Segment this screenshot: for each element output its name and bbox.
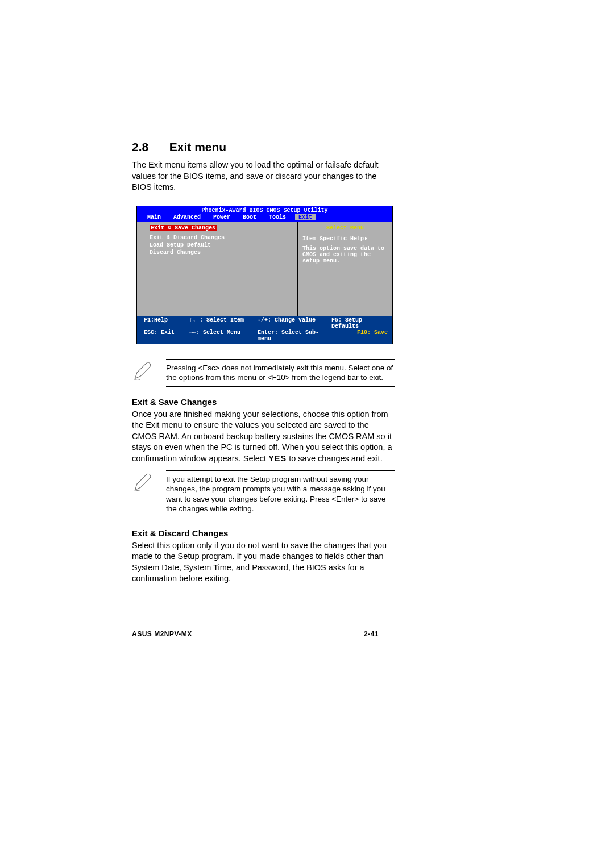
- body-exit-save-part2: to save changes and exit.: [287, 454, 382, 463]
- section-title-text: Exit menu: [169, 140, 226, 153]
- bios-title-bar: Phoenix-Award BIOS CMOS Setup Utility: [137, 206, 392, 214]
- bios-item-exit-discard[interactable]: Exit & Discard Changes: [150, 235, 292, 241]
- legend-leftright: →←: Select Menu: [189, 329, 258, 342]
- bios-tab-exit[interactable]: Exit: [295, 214, 316, 220]
- note-text-2: If you attempt to exit the Setup program…: [166, 470, 395, 518]
- bios-item-exit-save[interactable]: Exit & Save Changes: [150, 225, 217, 231]
- bios-help-header: Select Menu: [302, 225, 388, 231]
- subheading-exit-discard: Exit & Discard Changes: [132, 528, 395, 538]
- yes-label: YES: [268, 454, 287, 463]
- intro-paragraph: The Exit menu items allow you to load th…: [132, 160, 395, 193]
- legend-updown: ↑↓ : Select Item: [189, 317, 258, 329]
- bios-footer-legend: F1:Help ↑↓ : Select Item -/+: Change Val…: [137, 316, 392, 344]
- subheading-exit-save: Exit & Save Changes: [132, 397, 395, 407]
- bios-item-load-default[interactable]: Load Setup Default: [150, 242, 292, 248]
- bios-help-text: This option save data to CMOS and exitin…: [302, 245, 388, 264]
- bios-tab-advanced[interactable]: Advanced: [170, 214, 204, 220]
- triangle-right-icon: [365, 237, 367, 240]
- legend-change: -/+: Change Value: [258, 317, 331, 329]
- note-block-2: If you attempt to exit the Setup program…: [132, 470, 395, 518]
- bios-help-pane: Select Menu Item Specific Help This opti…: [297, 222, 392, 316]
- body-exit-discard: Select this option only if you do not wa…: [132, 540, 395, 585]
- legend-f1: F1:Help: [144, 317, 189, 329]
- bios-help-subheader: Item Specific Help: [302, 236, 388, 242]
- note-pencil-icon: [132, 359, 157, 387]
- bios-left-pane: Exit & Save Changes Exit & Discard Chang…: [137, 222, 297, 316]
- bios-tab-boot[interactable]: Boot: [239, 214, 260, 220]
- footer-rule: [132, 627, 395, 627]
- bios-screenshot: Phoenix-Award BIOS CMOS Setup Utility Ma…: [136, 206, 393, 344]
- legend-enter: Enter: Select Sub-menu: [258, 329, 331, 342]
- note-block-1: Pressing <Esc> does not immediately exit…: [132, 359, 395, 387]
- note-text-1: Pressing <Esc> does not immediately exit…: [166, 359, 395, 387]
- note-pencil-icon: [132, 470, 157, 518]
- bios-help-subheader-text: Item Specific Help: [302, 236, 364, 242]
- bios-tab-main[interactable]: Main: [144, 214, 164, 220]
- bios-tab-row: Main Advanced Power Boot Tools Exit: [137, 214, 392, 222]
- section-number: 2.8: [132, 140, 166, 154]
- bios-tab-power[interactable]: Power: [210, 214, 234, 220]
- legend-f5: F5: Setup Defaults: [331, 317, 388, 329]
- legend-f10: F10: Save: [331, 329, 388, 342]
- legend-esc: ESC: Exit: [144, 329, 189, 342]
- section-heading: 2.8 Exit menu: [132, 140, 395, 154]
- footer-page-number: 2-41: [364, 630, 379, 638]
- bios-item-discard[interactable]: Discard Changes: [150, 249, 292, 256]
- footer-model: ASUS M2NPV-MX: [132, 630, 192, 638]
- bios-tab-tools[interactable]: Tools: [265, 214, 289, 220]
- body-exit-save: Once you are finished making your select…: [132, 409, 395, 465]
